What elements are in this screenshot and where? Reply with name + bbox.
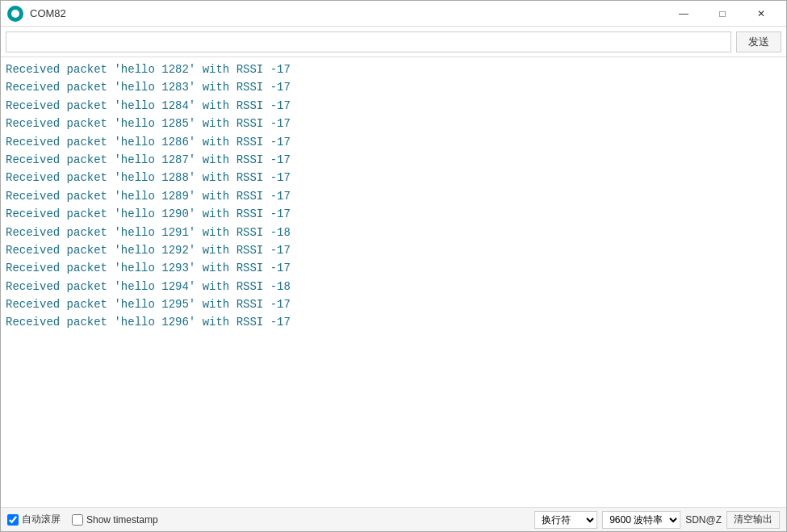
- serial-line: Received packet 'hello 1284' with RSSI -…: [6, 97, 781, 115]
- serial-line: Received packet 'hello 1295' with RSSI -…: [6, 295, 781, 313]
- line-ending-select[interactable]: 换行符 无行尾 回车符 两者都有: [534, 511, 597, 529]
- show-timestamp-label: Show timestamp: [86, 514, 158, 526]
- serial-line: Received packet 'hello 1289' with RSSI -…: [6, 187, 781, 205]
- serial-line: Received packet 'hello 1283' with RSSI -…: [6, 78, 781, 96]
- serial-line: Received packet 'hello 1293' with RSSI -…: [6, 259, 781, 277]
- serial-line: Received packet 'hello 1285' with RSSI -…: [6, 115, 781, 132]
- main-window: COM82 — □ ✕ 发送 Received packet 'hello 12…: [0, 0, 787, 532]
- title-bar-left: COM82: [7, 6, 66, 22]
- sdno-label: SDN@Z: [685, 514, 722, 526]
- status-left: 自动滚屏 Show timestamp: [7, 513, 158, 526]
- serial-line: Received packet 'hello 1296' with RSSI -…: [6, 313, 781, 331]
- show-timestamp-checkbox[interactable]: [72, 514, 83, 526]
- serial-line: Received packet 'hello 1290' with RSSI -…: [6, 205, 781, 223]
- output-area: Received packet 'hello 1282' with RSSI -…: [1, 57, 786, 507]
- window-title: COM82: [30, 7, 66, 19]
- serial-output: Received packet 'hello 1282' with RSSI -…: [1, 57, 786, 507]
- minimize-button[interactable]: —: [665, 2, 702, 25]
- serial-input[interactable]: [6, 31, 731, 52]
- show-timestamp-group[interactable]: Show timestamp: [72, 514, 158, 526]
- close-button[interactable]: ✕: [743, 2, 780, 25]
- serial-line: Received packet 'hello 1287' with RSSI -…: [6, 151, 781, 169]
- arduino-logo-inner: [11, 10, 19, 18]
- serial-line: Received packet 'hello 1286' with RSSI -…: [6, 133, 781, 151]
- serial-line: Received packet 'hello 1288' with RSSI -…: [6, 169, 781, 186]
- serial-line: Received packet 'hello 1291' with RSSI -…: [6, 224, 781, 241]
- baud-rate-select[interactable]: 9600 波特率 300 1200 2400 4800 19200 38400 …: [602, 511, 680, 529]
- status-right: 换行符 无行尾 回车符 两者都有 9600 波特率 300 1200 2400 …: [534, 511, 780, 529]
- arduino-logo-icon: [7, 6, 23, 22]
- auto-scroll-checkbox[interactable]: [7, 514, 19, 526]
- auto-scroll-label: 自动滚屏: [22, 513, 61, 526]
- status-bar: 自动滚屏 Show timestamp 换行符 无行尾 回车符 两者都有 960…: [1, 507, 786, 531]
- window-controls: — □ ✕: [665, 2, 780, 25]
- serial-line: Received packet 'hello 1292' with RSSI -…: [6, 241, 781, 259]
- serial-line: Received packet 'hello 1294' with RSSI -…: [6, 278, 781, 295]
- auto-scroll-group[interactable]: 自动滚屏: [7, 513, 61, 526]
- maximize-button[interactable]: □: [704, 2, 741, 25]
- send-button[interactable]: 发送: [736, 31, 781, 52]
- title-bar: COM82 — □ ✕: [1, 1, 786, 27]
- serial-line: Received packet 'hello 1282' with RSSI -…: [6, 61, 781, 78]
- toolbar: 发送: [1, 27, 786, 57]
- clear-output-button[interactable]: 清空输出: [726, 511, 780, 529]
